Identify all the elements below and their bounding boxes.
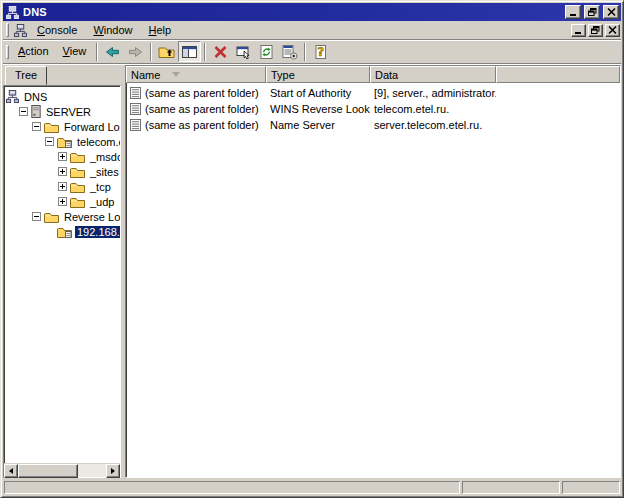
scroll-right-button[interactable] bbox=[106, 464, 120, 478]
tree-item-telecom-etel-r[interactable]: telecom.etel.r bbox=[4, 134, 120, 149]
expander-minus-icon[interactable] bbox=[45, 137, 54, 146]
cell-name: (same as parent folder) bbox=[126, 103, 266, 115]
right-arrow-icon bbox=[111, 468, 115, 474]
up-one-level-icon bbox=[158, 44, 175, 60]
tree-item-server[interactable]: SERVER bbox=[4, 104, 120, 119]
column-header-name[interactable]: Name bbox=[126, 66, 266, 83]
sort-indicator-icon bbox=[172, 72, 180, 77]
toolbar-separator bbox=[304, 43, 306, 61]
delete-button[interactable] bbox=[209, 41, 232, 62]
column-header-label: Data bbox=[375, 69, 398, 81]
folder-icon bbox=[44, 211, 59, 223]
window-title: DNS bbox=[23, 6, 562, 18]
menu-console-key: C bbox=[37, 24, 45, 36]
dns-console-window: DNS Console Window Help Action bbox=[0, 0, 624, 498]
back-button[interactable] bbox=[101, 41, 124, 62]
cell-data: server.telecom.etel.ru. bbox=[370, 119, 496, 131]
record-icon bbox=[130, 87, 141, 99]
status-bar bbox=[3, 478, 621, 495]
tree-item-label: DNS bbox=[22, 91, 49, 103]
show-hide-console-tree-button[interactable] bbox=[178, 41, 201, 62]
toolbar-icons: ? bbox=[101, 41, 332, 62]
tree-item-dns[interactable]: DNS bbox=[4, 89, 120, 104]
properties-button[interactable] bbox=[232, 41, 255, 62]
tree-item-msdcs[interactable]: _msdcs bbox=[4, 149, 120, 164]
minimize-icon bbox=[574, 26, 583, 34]
show-hide-console-tree-icon bbox=[181, 44, 198, 60]
folder-icon bbox=[70, 151, 85, 163]
zone-icon bbox=[57, 136, 72, 148]
tree-item-label: SERVER bbox=[44, 106, 93, 118]
toolbar-grip[interactable] bbox=[6, 45, 9, 59]
restore-button[interactable] bbox=[584, 5, 600, 19]
tree-item-forward-lookup-z[interactable]: Forward Lookup Z bbox=[4, 119, 120, 134]
scrollbar-thumb[interactable] bbox=[18, 464, 78, 478]
forward-button[interactable] bbox=[124, 41, 147, 62]
close-button[interactable] bbox=[603, 5, 619, 19]
cell-data: telecom.etel.ru. bbox=[370, 103, 496, 115]
menu-console[interactable]: Console bbox=[30, 22, 84, 39]
minimize-button[interactable] bbox=[565, 5, 581, 19]
refresh-button[interactable] bbox=[255, 41, 278, 62]
list-header: NameTypeData bbox=[126, 66, 620, 83]
console-root-icon[interactable] bbox=[13, 23, 28, 38]
menu-help[interactable]: Help bbox=[142, 22, 179, 39]
menu-window[interactable]: Window bbox=[86, 22, 139, 39]
server-icon bbox=[31, 105, 41, 118]
menubar-grip[interactable] bbox=[6, 23, 9, 37]
table-row[interactable]: (same as parent folder)Name Serverserver… bbox=[126, 117, 620, 133]
expander-plus-icon[interactable] bbox=[58, 197, 67, 206]
child-restore-button[interactable] bbox=[588, 24, 603, 37]
scroll-left-button[interactable] bbox=[4, 464, 18, 478]
expander-minus-icon[interactable] bbox=[32, 122, 41, 131]
table-row[interactable]: (same as parent folder)WINS Reverse Look… bbox=[126, 101, 620, 117]
records-list-pane: NameTypeData (same as parent folder)Star… bbox=[125, 65, 621, 478]
tree-item-udp[interactable]: _udp bbox=[4, 194, 120, 209]
tree-item-reverse-lookup-z[interactable]: Reverse Lookup Z bbox=[4, 209, 120, 224]
export-list-button[interactable] bbox=[278, 41, 301, 62]
child-close-button[interactable] bbox=[605, 24, 620, 37]
tree-item-label: _udp bbox=[88, 196, 116, 208]
minimize-icon bbox=[569, 8, 578, 16]
refresh-icon bbox=[258, 44, 275, 60]
child-minimize-button[interactable] bbox=[571, 24, 586, 37]
menu-help-rest: elp bbox=[156, 24, 171, 36]
action-menu-button[interactable]: Action bbox=[11, 43, 56, 60]
up-one-level-button[interactable] bbox=[155, 41, 178, 62]
column-header-type[interactable]: Type bbox=[266, 66, 370, 83]
cell-name: (same as parent folder) bbox=[126, 87, 266, 99]
tree-item-tcp[interactable]: _tcp bbox=[4, 179, 120, 194]
tree-indent bbox=[45, 227, 54, 236]
expander-plus-icon[interactable] bbox=[58, 167, 67, 176]
tree-item-label: telecom.etel.r bbox=[75, 136, 120, 148]
expander-plus-icon[interactable] bbox=[58, 152, 67, 161]
left-arrow-icon bbox=[9, 468, 13, 474]
column-header-filler bbox=[496, 66, 620, 83]
tab-tree[interactable]: Tree bbox=[5, 66, 47, 85]
toolbar-separator bbox=[204, 43, 206, 61]
toolbar-separator bbox=[96, 43, 98, 61]
help-button[interactable]: ? bbox=[309, 41, 332, 62]
menu-window-key: W bbox=[93, 24, 103, 36]
scrollbar-track[interactable] bbox=[18, 464, 106, 477]
svg-text:?: ? bbox=[317, 45, 324, 59]
forward-icon bbox=[127, 44, 144, 60]
view-menu-button[interactable]: View bbox=[56, 43, 94, 60]
tree-item-sites[interactable]: _sites bbox=[4, 164, 120, 179]
restore-icon bbox=[591, 26, 600, 34]
record-name: (same as parent folder) bbox=[145, 119, 259, 131]
tree-item-192-168-0-x-s[interactable]: 192.168.0.x S bbox=[4, 224, 120, 239]
expander-minus-icon[interactable] bbox=[32, 212, 41, 221]
tree-horizontal-scrollbar[interactable] bbox=[4, 463, 120, 477]
column-header-data[interactable]: Data bbox=[370, 66, 496, 83]
close-icon bbox=[607, 8, 616, 16]
expander-plus-icon[interactable] bbox=[58, 182, 67, 191]
back-icon bbox=[104, 44, 121, 60]
folder-icon bbox=[44, 121, 59, 133]
zone-icon bbox=[57, 226, 72, 238]
table-row[interactable]: (same as parent folder)Start of Authorit… bbox=[126, 85, 620, 101]
tree-item-label: Reverse Lookup Z bbox=[62, 211, 120, 223]
expander-minus-icon[interactable] bbox=[19, 107, 28, 116]
toolbar: Action View ? bbox=[3, 40, 621, 64]
view-rest: iew bbox=[70, 45, 87, 57]
